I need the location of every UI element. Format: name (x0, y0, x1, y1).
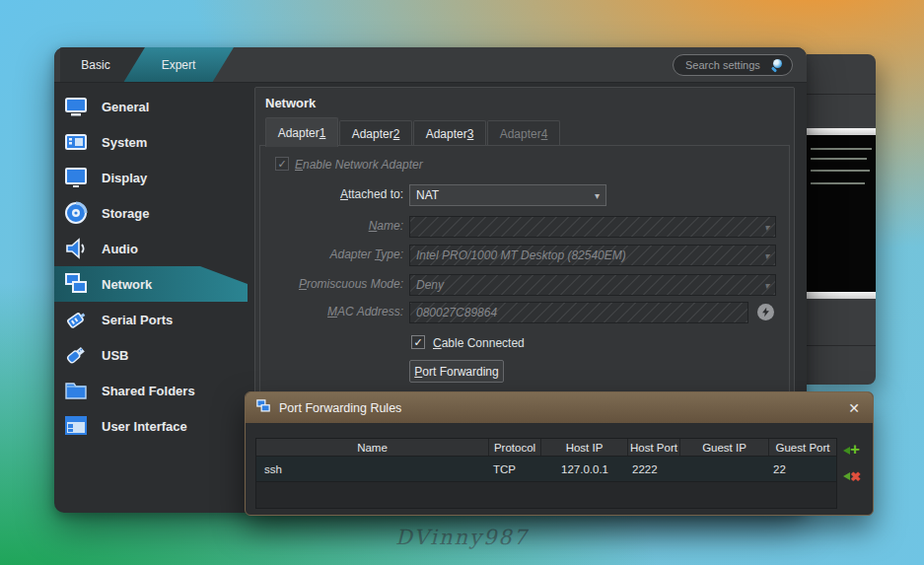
chevron-down-icon: ▾ (764, 280, 769, 291)
name-select: ▾ (409, 216, 776, 238)
console-divider (807, 345, 876, 346)
tab-adapter-3[interactable]: Adapter 3 (413, 120, 486, 146)
tab-label: Adapter (500, 127, 541, 141)
sidebar-label: User Interface (102, 419, 187, 434)
cable-connected-label: Cable Connected (433, 336, 525, 350)
column-header-host-port[interactable]: Host Port (628, 439, 680, 456)
general-icon (63, 94, 89, 119)
watermark-text: DVinny987 (395, 526, 529, 549)
sidebar-label: Storage (102, 206, 149, 221)
check-icon: ✓ (277, 158, 286, 171)
sidebar-label: Network (102, 277, 152, 292)
column-header-guest-ip[interactable]: Guest IP (680, 439, 769, 456)
search-icon (771, 59, 784, 72)
cable-connected-checkbox[interactable]: ✓ (411, 335, 425, 349)
plus-icon: + (850, 440, 860, 459)
generate-mac-icon (757, 304, 774, 320)
table-row[interactable]: ssh TCP 127.0.0.1 2222 22 (256, 457, 836, 482)
tab-expert-label: Expert (162, 58, 196, 72)
cell-host-port[interactable]: 2222 (628, 457, 680, 481)
column-header-name[interactable]: Name (256, 439, 489, 456)
user-interface-icon (63, 413, 89, 439)
sidebar-item-serial-ports[interactable]: Serial Ports (54, 302, 248, 337)
tab-label-mnemonic: 2 (393, 127, 400, 141)
sidebar-label: Display (102, 171, 147, 185)
search-settings-input[interactable]: Search settings (673, 54, 793, 76)
sidebar-item-user-interface[interactable]: User Interface (54, 408, 248, 444)
table-header: Name Protocol Host IP Host Port Guest IP… (256, 439, 836, 457)
attached-to-select[interactable]: NAT ▾ (409, 184, 606, 206)
vm-console-window[interactable] (807, 54, 876, 385)
add-rule-arrow-icon (843, 447, 850, 455)
tab-label-mnemonic: 1 (320, 126, 326, 140)
terminal-text-line (811, 170, 870, 172)
panel-title: Network (265, 96, 316, 110)
network-settings-panel: Network Adapter 1 Adapter 2 Adapter 3 Ad… (254, 87, 795, 426)
port-forwarding-dialog: Port Forwarding Rules ✕ Name Protocol Ho… (245, 391, 874, 516)
cell-host-ip[interactable]: 127.0.0.1 (541, 457, 628, 481)
dialog-titlebar[interactable]: Port Forwarding Rules ✕ (246, 392, 873, 423)
column-header-protocol[interactable]: Protocol (489, 439, 541, 456)
shared-folders-icon (63, 378, 89, 403)
remove-rule-arrow-icon (843, 472, 850, 480)
sidebar-item-usb[interactable]: USB (54, 337, 248, 373)
tab-adapter-2[interactable]: Adapter 2 (339, 120, 412, 146)
port-forwarding-table: Name Protocol Host IP Host Port Guest IP… (255, 438, 837, 509)
desktop-background: DVinny987 Basic Expert Search settings (0, 0, 924, 565)
cell-name[interactable]: ssh (256, 457, 489, 481)
console-divider (807, 94, 876, 95)
attached-to-value: NAT (416, 188, 439, 202)
storage-icon (63, 200, 89, 226)
console-frame-bottom (807, 292, 876, 299)
terminal-text-line (811, 182, 865, 184)
tab-label: Adapter (426, 127, 467, 141)
adapter-type-value: Intel PRO/1000 MT Desktop (82540EM) (416, 248, 626, 262)
sidebar-item-shared-folders[interactable]: Shared Folders (54, 373, 248, 408)
tab-adapter-1[interactable]: Adapter 1 (265, 117, 338, 147)
mac-address-field: 080027C89864 (409, 302, 748, 323)
promiscuous-mode-label: Promiscuous Mode: (255, 277, 403, 291)
sidebar-item-storage[interactable]: Storage (54, 195, 248, 231)
port-forwarding-button[interactable]: Port Forwarding (409, 360, 504, 383)
cell-guest-ip[interactable] (680, 457, 769, 481)
enable-adapter-label: Enable Network Adapter (295, 158, 423, 172)
dialog-network-icon (255, 398, 271, 418)
adapter-type-select: Intel PRO/1000 MT Desktop (82540EM) ▾ (409, 245, 776, 266)
promiscuous-mode-value: Deny (416, 278, 444, 292)
promiscuous-mode-select: Deny ▾ (409, 274, 776, 296)
close-icon[interactable]: ✕ (845, 400, 863, 416)
tab-adapter-4: Adapter 4 (487, 120, 560, 146)
usb-icon (63, 342, 89, 368)
display-icon (63, 165, 89, 190)
sidebar-label: Serial Ports (102, 313, 173, 327)
tab-label: Adapter (278, 126, 320, 140)
chevron-down-icon: ▾ (595, 190, 600, 201)
console-terminal (807, 135, 876, 292)
cell-guest-port[interactable]: 22 (769, 457, 836, 481)
sidebar-label: General (102, 100, 149, 114)
sidebar-item-audio[interactable]: Audio (54, 231, 248, 266)
sidebar-label: Shared Folders (102, 384, 195, 398)
network-icon (63, 271, 89, 297)
sidebar-label: USB (102, 348, 128, 363)
dialog-title: Port Forwarding Rules (279, 401, 837, 415)
sidebar-item-general[interactable]: General (54, 89, 248, 124)
adapter-type-label: Adapter Type: (255, 247, 403, 261)
cell-protocol[interactable]: TCP (489, 457, 541, 481)
remove-icon: ✖ (850, 467, 861, 487)
tab-basic-label: Basic (81, 58, 109, 72)
sidebar-item-network[interactable]: Network (54, 266, 248, 302)
audio-icon (63, 236, 89, 261)
mac-address-label: MAC Address: (255, 305, 403, 318)
sidebar-item-system[interactable]: System (54, 124, 248, 160)
system-icon (63, 129, 89, 155)
settings-toolbar: Basic Expert Search settings (54, 47, 807, 83)
sidebar-item-display[interactable]: Display (54, 160, 248, 195)
add-rule-button[interactable]: + (843, 440, 867, 459)
enable-adapter-checkbox: ✓ (275, 157, 289, 171)
chevron-down-icon: ▾ (764, 222, 769, 233)
remove-rule-button[interactable]: ✖ (843, 465, 867, 485)
tab-label-mnemonic: 4 (541, 127, 548, 141)
column-header-guest-port[interactable]: Guest Port (769, 439, 836, 456)
column-header-host-ip[interactable]: Host IP (541, 439, 628, 456)
